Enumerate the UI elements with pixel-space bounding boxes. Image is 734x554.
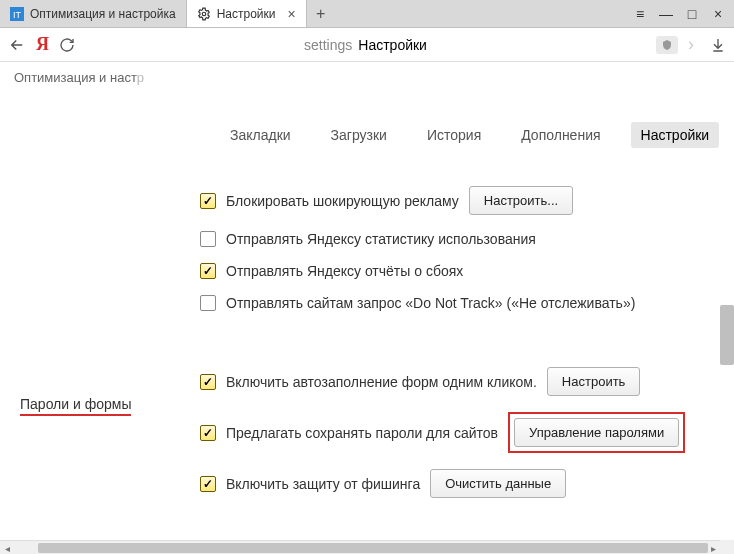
- horizontal-scrollbar-thumb[interactable]: [38, 543, 708, 553]
- close-icon[interactable]: ×: [287, 6, 295, 22]
- svg-text:IT: IT: [13, 10, 22, 20]
- address-bar: Я settings Настройки ›: [0, 28, 734, 62]
- window-close-icon[interactable]: ×: [710, 6, 726, 22]
- section-passwords-forms: Пароли и формы: [20, 396, 131, 416]
- nav-addons[interactable]: Дополнения: [511, 122, 610, 148]
- label-save-passwords: Предлагать сохранять пароли для сайтов: [226, 425, 498, 441]
- menu-icon[interactable]: ≡: [632, 6, 648, 22]
- checkbox-dnt[interactable]: [200, 295, 216, 311]
- url-title: Настройки: [358, 37, 427, 53]
- svg-point-2: [202, 12, 206, 16]
- breadcrumb-text: Оптимизация и наст: [14, 70, 137, 85]
- button-clear-data[interactable]: Очистить данные: [430, 469, 566, 498]
- maximize-icon[interactable]: □: [684, 6, 700, 22]
- window-controls: ≡ — □ ×: [624, 0, 734, 27]
- breadcrumb-faded: р: [137, 70, 144, 85]
- url-path: settings: [304, 37, 352, 53]
- checkbox-autofill[interactable]: [200, 374, 216, 390]
- label-autofill: Включить автозаполнение форм одним клико…: [226, 374, 537, 390]
- checkbox-phishing[interactable]: [200, 476, 216, 492]
- tab-optimization[interactable]: IT Оптимизация и настройка: [0, 0, 187, 27]
- scroll-left-icon[interactable]: ◂: [0, 541, 14, 554]
- checkbox-save-passwords[interactable]: [200, 425, 216, 441]
- label-block-ads: Блокировать шокирующую рекламу: [226, 193, 459, 209]
- label-send-stats: Отправлять Яндексу статистику использова…: [226, 231, 536, 247]
- favicon-it-icon: IT: [10, 7, 24, 21]
- settings-content: Блокировать шокирующую рекламу Настроить…: [0, 158, 734, 506]
- protect-badge-icon[interactable]: [656, 36, 678, 54]
- checkbox-block-ads[interactable]: [200, 193, 216, 209]
- scroll-right-icon[interactable]: ▸: [706, 541, 720, 554]
- bookmark-chevron-icon[interactable]: ›: [688, 34, 694, 55]
- nav-settings[interactable]: Настройки: [631, 122, 720, 148]
- button-manage-passwords[interactable]: Управление паролями: [514, 418, 679, 447]
- vertical-scrollbar-thumb[interactable]: [720, 305, 734, 365]
- reload-icon[interactable]: [59, 37, 75, 53]
- highlight-manage-passwords: Управление паролями: [508, 412, 685, 453]
- checkbox-send-stats[interactable]: [200, 231, 216, 247]
- minimize-icon[interactable]: —: [658, 6, 674, 22]
- new-tab-button[interactable]: +: [307, 0, 335, 27]
- label-send-crash: Отправлять Яндексу отчёты о сбоях: [226, 263, 463, 279]
- back-icon[interactable]: [8, 36, 26, 54]
- nav-downloads[interactable]: Загрузки: [321, 122, 397, 148]
- tab-label: Настройки: [217, 7, 276, 21]
- breadcrumb: Оптимизация и настр: [0, 62, 734, 92]
- button-configure-ads[interactable]: Настроить...: [469, 186, 573, 215]
- address-box[interactable]: settings Настройки: [85, 37, 646, 53]
- gear-icon: [197, 7, 211, 21]
- nav-bookmarks[interactable]: Закладки: [220, 122, 301, 148]
- nav-history[interactable]: История: [417, 122, 491, 148]
- tab-bar: IT Оптимизация и настройка Настройки × +…: [0, 0, 734, 28]
- horizontal-scrollbar[interactable]: ◂ ▸: [0, 540, 720, 554]
- tab-label: Оптимизация и настройка: [30, 7, 176, 21]
- checkbox-send-crash[interactable]: [200, 263, 216, 279]
- label-dnt: Отправлять сайтам запрос «Do Not Track» …: [226, 295, 635, 311]
- tab-settings[interactable]: Настройки ×: [187, 0, 307, 27]
- settings-nav: Закладки Загрузки История Дополнения Нас…: [0, 92, 734, 158]
- button-configure-autofill[interactable]: Настроить: [547, 367, 641, 396]
- label-phishing: Включить защиту от фишинга: [226, 476, 420, 492]
- yandex-logo-icon[interactable]: Я: [36, 34, 49, 55]
- scroll-corner: [720, 540, 734, 554]
- downloads-icon[interactable]: [710, 37, 726, 53]
